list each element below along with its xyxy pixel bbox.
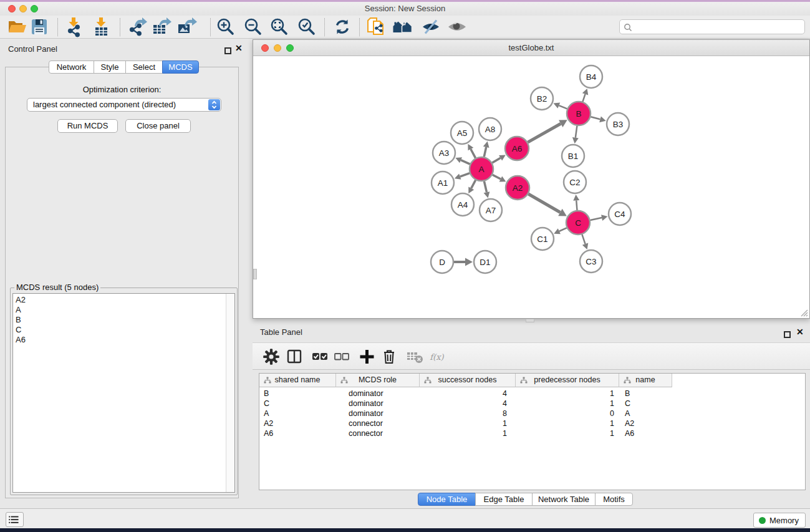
- network-minimize-traffic-light[interactable]: [274, 44, 281, 52]
- show-graphics-icon[interactable]: [446, 16, 468, 37]
- horizontal-scrollbar-stub[interactable]: [526, 319, 534, 322]
- result-list-item[interactable]: A6: [13, 335, 234, 345]
- add-column-icon[interactable]: [357, 347, 376, 366]
- export-table-icon[interactable]: [151, 16, 172, 37]
- control-panel-close-icon[interactable]: ✕: [235, 45, 243, 52]
- tab-select[interactable]: Select: [125, 60, 163, 74]
- export-image-icon[interactable]: [176, 16, 197, 37]
- toolbar-separator: [120, 18, 120, 36]
- cell: 1: [420, 428, 516, 438]
- import-network-icon[interactable]: [63, 16, 84, 37]
- network-maximize-traffic-light[interactable]: [286, 44, 294, 52]
- tab-network[interactable]: Network: [49, 60, 94, 74]
- column-header-name[interactable]: name: [619, 374, 672, 387]
- column-header-MCDS-role[interactable]: MCDS role: [336, 374, 420, 387]
- tab-network-table[interactable]: Network Table: [532, 493, 595, 506]
- graph-node-label: B2: [537, 94, 547, 104]
- cell: 0: [516, 409, 619, 418]
- select-all-icon[interactable]: [311, 347, 329, 366]
- deselect-all-icon[interactable]: [332, 347, 351, 366]
- edge-A6-B[interactable]: [528, 123, 561, 142]
- mcds-result-list[interactable]: A2ABCA6: [12, 293, 235, 493]
- edge-A-A3[interactable]: [461, 160, 470, 164]
- table-row-A[interactable]: Adominator80A: [259, 409, 805, 418]
- cell: 1: [420, 418, 516, 428]
- tab-mcds[interactable]: MCDS: [162, 60, 199, 74]
- tab-edge-table[interactable]: Edge Table: [475, 493, 533, 506]
- edge-B-B2[interactable]: [559, 105, 567, 109]
- tab-node-table[interactable]: Node Table: [418, 493, 476, 506]
- run-mcds-button[interactable]: Run MCDS: [57, 119, 118, 133]
- table-row-B[interactable]: Bdominator41B: [259, 389, 805, 399]
- edge-A-A8[interactable]: [484, 147, 486, 157]
- tab-style[interactable]: Style: [94, 60, 126, 74]
- edge-C-C2[interactable]: [576, 200, 577, 210]
- table-row-A2[interactable]: A2connector11A2: [259, 418, 805, 428]
- control-panel-float-icon[interactable]: [224, 46, 231, 57]
- save-session-icon[interactable]: [29, 16, 50, 37]
- export-network-icon[interactable]: [127, 16, 148, 37]
- result-list-item[interactable]: B: [13, 315, 234, 325]
- cell: A2: [259, 418, 336, 428]
- zoom-out-icon[interactable]: [243, 16, 264, 37]
- edge-A-A6[interactable]: [492, 158, 500, 163]
- node-table[interactable]: shared nameMCDS rolesuccessor nodesprede…: [259, 373, 806, 490]
- task-history-button[interactable]: [6, 512, 24, 527]
- edge-B-B4[interactable]: [582, 94, 585, 102]
- maximize-traffic-light[interactable]: [31, 5, 38, 12]
- window-titlebar[interactable]: Session: New Session: [0, 2, 810, 16]
- memory-button[interactable]: Memory: [753, 513, 806, 528]
- tab-motifs[interactable]: Motifs: [595, 493, 633, 506]
- column-header-successor-nodes[interactable]: successor nodes: [420, 374, 516, 387]
- zoom-in-icon[interactable]: [215, 16, 236, 37]
- edge-C-C4[interactable]: [591, 218, 602, 220]
- cell: dominator: [336, 399, 420, 409]
- edge-A-A2[interactable]: [493, 175, 501, 179]
- hide-graphics-icon[interactable]: [420, 16, 441, 37]
- resize-grip-icon[interactable]: [799, 308, 808, 317]
- result-list-item[interactable]: A: [13, 305, 234, 315]
- table-panel-float-icon[interactable]: [784, 329, 791, 341]
- search-icon: [624, 23, 632, 32]
- delete-column-icon[interactable]: [380, 347, 398, 366]
- zoom-fit-icon[interactable]: [269, 16, 290, 37]
- toolbar-separator: [324, 18, 325, 36]
- edge-A-A5[interactable]: [471, 149, 476, 158]
- result-list-item[interactable]: C: [13, 325, 234, 335]
- edge-A-A1[interactable]: [460, 173, 470, 177]
- network-graph[interactable]: AA1A2A3A4A5A6A7A8BB1B2B3B4CC1C2C3C4DD1: [253, 56, 809, 318]
- column-header-shared-name[interactable]: shared name: [259, 374, 336, 387]
- edge-A-A7[interactable]: [484, 181, 486, 193]
- network-view-window: testGlobe.txt AA1A2A3A4A5A6A7A8BB1B2B3B4…: [253, 39, 810, 319]
- dropdown-stepper-icon[interactable]: [208, 99, 220, 110]
- settings-icon[interactable]: [262, 347, 281, 366]
- cell: A2: [619, 418, 672, 428]
- optimization-dropdown[interactable]: largest connected component (directed): [27, 98, 221, 112]
- search-input[interactable]: [619, 19, 805, 34]
- edge-C-C3[interactable]: [582, 235, 585, 244]
- edge-A-A4[interactable]: [471, 180, 476, 188]
- network-close-traffic-light[interactable]: [261, 44, 269, 52]
- home-icon[interactable]: [392, 16, 413, 37]
- open-session-icon[interactable]: [6, 16, 27, 37]
- table-row-A6[interactable]: A6connector11A6: [259, 428, 805, 438]
- refresh-icon[interactable]: [332, 16, 353, 37]
- import-table-icon[interactable]: [90, 16, 112, 37]
- result-list-scrollbar[interactable]: [226, 294, 234, 492]
- new-network-icon[interactable]: [366, 16, 387, 37]
- close-traffic-light[interactable]: [8, 5, 16, 12]
- edge-A2-C[interactable]: [528, 194, 560, 213]
- edge-B-B3[interactable]: [591, 117, 600, 119]
- close-panel-button[interactable]: Close panel: [125, 119, 191, 133]
- result-list-item[interactable]: A2: [13, 295, 234, 305]
- split-columns-icon[interactable]: [285, 347, 304, 366]
- zoom-selected-icon[interactable]: [296, 16, 317, 37]
- vertical-scrollbar-stub[interactable]: [253, 269, 257, 279]
- network-window-titlebar[interactable]: testGlobe.txt: [253, 40, 809, 56]
- table-panel-close-icon[interactable]: ✕: [796, 329, 804, 336]
- table-row-C[interactable]: Cdominator41C: [259, 399, 805, 409]
- column-header-predecessor-nodes[interactable]: predecessor nodes: [516, 374, 619, 387]
- minimize-traffic-light[interactable]: [19, 5, 27, 12]
- edge-B-B1[interactable]: [576, 126, 577, 138]
- edge-C-C1[interactable]: [559, 228, 567, 231]
